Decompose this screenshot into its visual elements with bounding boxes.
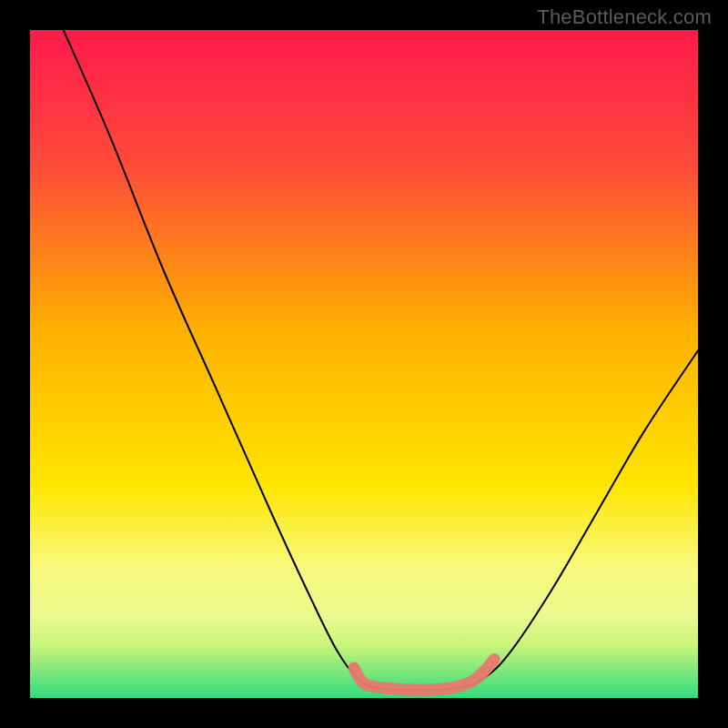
gradient-background bbox=[30, 30, 698, 698]
chart-svg bbox=[30, 30, 698, 698]
plot-area bbox=[30, 30, 698, 698]
watermark-text: TheBottleneck.com bbox=[537, 5, 712, 29]
chart-container: TheBottleneck.com bbox=[0, 0, 728, 728]
